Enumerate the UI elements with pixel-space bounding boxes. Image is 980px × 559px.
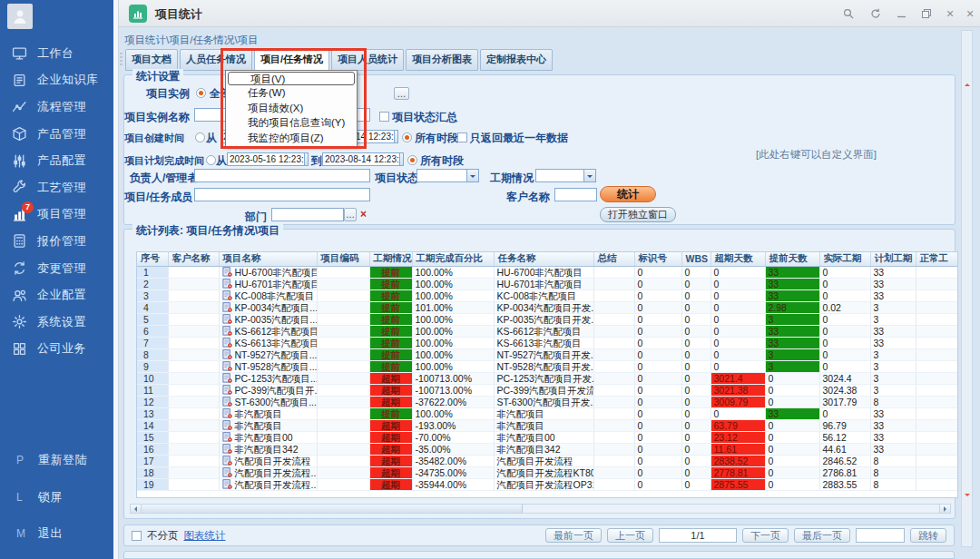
sidebar-item-logout[interactable]: M退出 [0,515,113,553]
tab-项目/任务情况[interactable]: 项目/任务情况 [254,49,329,71]
menu-item[interactable]: 项目(V) [228,72,355,85]
search-button[interactable] [840,6,857,21]
sidebar-item-product-mgmt[interactable]: 产品管理 [0,121,113,148]
jump-page-input[interactable] [856,528,905,543]
vertical-scrollbar[interactable] [961,30,973,547]
prev-page-button[interactable]: 上一页 [607,528,653,543]
column-header[interactable]: 项目编码 [317,252,369,266]
menu-item[interactable]: 我的项目信息查询(Y) [226,115,357,131]
column-header[interactable]: 序号 [137,252,168,266]
member-input[interactable] [194,188,370,201]
next-page-button[interactable]: 下一页 [742,528,789,543]
column-header[interactable]: 提前天数 [765,252,819,266]
table-row[interactable]: 15非汽配项目00超期-70.00%非汽配项目000023.12056.1233 [137,431,958,443]
table-row[interactable]: 19汽配项目开发流程...超期-35944.00%汽配项目开发流程OP31300… [137,478,958,490]
sidebar-item-quote-mgmt[interactable]: 报价管理 [0,228,113,255]
dept-picker-button[interactable]: … [344,208,357,221]
column-header[interactable]: 总结 [593,252,634,266]
status-summary-checkbox[interactable] [379,112,389,122]
manager-input[interactable] [194,169,370,182]
column-header[interactable]: 标识号 [634,252,681,266]
menu-item[interactable]: 我监控的项目(Z) [226,131,357,146]
minimize-button[interactable] [893,6,909,21]
column-header[interactable]: 计划工期 [870,252,916,266]
table-row[interactable]: 8NT-9527汽配项目...提前100.00%NT-9527汽配项目开发...… [137,348,958,360]
create-time-range-radio[interactable] [195,132,205,142]
plan-to-date[interactable]: 2023-08-14 12:23: [322,152,404,166]
table-row[interactable]: 18汽配项目开发流程...超期-34735.00%汽配项目开发流程KT80800… [137,466,958,478]
table-row[interactable]: 14非汽配项目超期-193.00%非汽配项目0063.79096.7933 [137,419,958,431]
sidebar-item-product-config[interactable]: 产品配置 [0,147,113,174]
column-header[interactable]: 实际工期 [819,252,870,266]
create-all-period-radio[interactable] [402,132,412,142]
sidebar-item-system-settings[interactable]: 系统设置 [0,309,113,336]
sidebar-item-lock-screen[interactable]: L锁屏 [0,479,113,516]
tab-项目文档[interactable]: 项目文档 [125,49,178,71]
menu-item[interactable]: 项目绩效(X) [226,101,357,116]
table-row[interactable]: 11PC-399汽配项目开...超期-100713.00%PC-399汽配项目开… [137,384,958,396]
table-row[interactable]: 16非汽配项目342超期-35.00%非汽配项目3420011.61044.61… [137,443,958,455]
sidebar-item-change-mgmt[interactable]: 变更管理 [0,255,113,282]
table-row[interactable]: 17汽配项目开发流程超期-35482.00%汽配项目开发流程002838.520… [137,455,958,466]
sidebar-item-enterprise-config[interactable]: 企业配置 [0,281,113,309]
table-row[interactable]: 7KS-6613非汽配项目提前100.00%KS-6613非汽配项目000330… [137,337,958,348]
sidebar-item-knowledge-base[interactable]: 企业知识库 [0,67,113,94]
tab-定制报表中心[interactable]: 定制报表中心 [480,49,553,71]
dept-input[interactable] [271,208,344,221]
column-header[interactable]: 客户名称 [168,252,219,266]
plan-all-period-radio[interactable] [407,155,417,165]
scrollbar-thumb[interactable] [142,505,523,513]
schedule-select[interactable] [535,169,596,182]
column-header[interactable]: 工期情况 [369,252,412,266]
dept-clear-button[interactable]: × [360,208,367,221]
close-tab-button[interactable]: × [942,6,958,21]
recent-year-checkbox[interactable] [457,132,467,142]
restore-button[interactable] [918,6,935,21]
scroll-left-arrow[interactable] [131,505,142,513]
column-header[interactable]: 超期天数 [710,252,765,266]
table-row[interactable]: 3KC-008非汽配项目提前100.00%KC-008非汽配项目00033033 [137,289,958,301]
plan-range-radio[interactable] [206,155,216,165]
chart-statistics-link[interactable]: 图表统计 [184,529,226,543]
sidebar-item-workbench[interactable]: 工作台 [0,40,113,67]
table-row[interactable]: 1HU-6700非汽配项目提前100.00%HU-6700非汽配项目000330… [137,266,958,278]
column-header[interactable]: 任务名称 [494,252,593,266]
sidebar-item-relogin[interactable]: P重新登陆 [0,442,113,479]
scroll-down-icon[interactable] [965,494,970,499]
jump-button[interactable]: 跳转 [910,528,946,543]
customer-input[interactable] [554,188,597,201]
first-page-button[interactable]: 最前一页 [545,528,602,543]
table-row[interactable]: 2HU-6701非汽配项目提前100.00%HU-6701非汽配项目000330… [137,278,958,289]
plan-from-date[interactable]: 2023-05-16 12:23: [227,152,309,166]
sidebar-item-company-business[interactable]: 公司业务 [0,336,113,363]
no-paging-checkbox[interactable] [132,531,142,541]
column-header[interactable]: 工期完成百分比 [412,252,494,266]
project-instance-all-radio[interactable] [196,88,206,98]
table-row[interactable]: 10PC-1253汽配项目...超期-100713.00%PC-1253汽配项目… [137,372,958,384]
table-row[interactable]: 6KS-6612非汽配项目提前100.00%KS-6612非汽配项目000330… [137,325,958,337]
open-window-button[interactable]: 打开独立窗口 [600,207,676,222]
column-header[interactable]: WBS [681,252,710,266]
refresh-button[interactable] [867,6,884,21]
sidebar-item-process-mgmt[interactable]: 流程管理 [0,93,113,121]
sidebar-item-project-mgmt[interactable]: 7项目管理 [0,201,113,229]
table-row[interactable]: 5KP-0035汽配项目...提前100.00%KP-0035汽配项目开发...… [137,313,958,325]
tab-人员任务情况[interactable]: 人员任务情况 [180,49,252,71]
statistics-button[interactable]: 统计 [600,186,656,202]
scroll-up-icon[interactable] [965,81,970,86]
close-window-button[interactable]: × [962,6,978,21]
project-status-select[interactable] [416,169,479,182]
table-row[interactable]: 13非汽配项目提前100.00%非汽配项目00033033 [137,407,958,419]
table-row[interactable]: 4KP-0034汽配项目...提前101.00%KP-0034汽配项目开发...… [137,301,958,313]
column-header[interactable]: 项目名称 [219,252,317,266]
instance-picker-button[interactable]: … [394,87,409,100]
tab-项目人员统计[interactable]: 项目人员统计 [331,49,404,71]
last-page-button[interactable]: 最后一页 [794,528,850,543]
tab-项目分析图表[interactable]: 项目分析图表 [406,49,478,71]
column-header[interactable]: 正常工 [916,252,958,266]
table-row[interactable]: 12ST-6300汽配项目...超期-37622.00%ST-6300汽配项目开… [137,396,958,407]
menu-item[interactable]: 任务(W) [226,85,357,101]
sidebar-item-craft-mgmt[interactable]: 工艺管理 [0,174,113,201]
horizontal-scrollbar[interactable] [130,504,951,514]
avatar[interactable] [7,4,33,29]
